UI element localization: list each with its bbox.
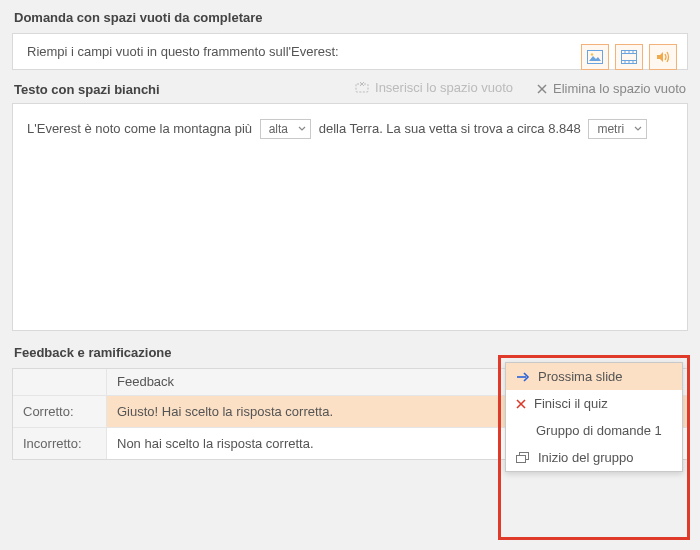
question-panel: Riempi i campi vuoti in questo frammento… — [12, 33, 688, 70]
header-label-col — [13, 369, 107, 395]
image-icon — [587, 50, 603, 64]
header-feedback-col: Feedback — [107, 369, 509, 395]
close-icon — [516, 399, 526, 409]
chevron-down-icon — [298, 126, 306, 132]
blanks-text-panel[interactable]: L'Everest è noto come la montagna più al… — [12, 103, 688, 331]
dropdown-item-finish-quiz[interactable]: Finisci il quiz — [506, 390, 682, 417]
svg-rect-11 — [356, 84, 368, 92]
blank-select-1[interactable]: alta — [260, 119, 311, 139]
slides-icon — [516, 452, 530, 464]
feedback-text-correct[interactable]: Giusto! Hai scelto la risposta corretta. — [107, 396, 509, 427]
add-video-button[interactable] — [615, 44, 643, 70]
feedback-text-incorrect[interactable]: Non hai scelto la risposta corretta. — [107, 428, 509, 459]
question-section-title: Domanda con spazi vuoti da completare — [0, 0, 700, 33]
dropdown-item-group-start[interactable]: Inizio del gruppo — [506, 444, 682, 471]
dropdown-item-next-slide[interactable]: Prossima slide — [506, 363, 682, 390]
svg-rect-22 — [517, 455, 526, 462]
insert-blank-label: Inserisci lo spazio vuoto — [375, 80, 513, 95]
blank-select-2[interactable]: metri — [588, 119, 647, 139]
add-audio-button[interactable] — [649, 44, 677, 70]
row-label: Corretto: — [13, 396, 107, 427]
blanks-section-title: Testo con spazi bianchi — [14, 82, 331, 97]
media-buttons — [581, 44, 677, 70]
insert-blank-icon — [355, 82, 369, 94]
delete-blank-label: Elimina lo spazio vuoto — [553, 81, 686, 96]
audio-icon — [655, 50, 671, 64]
dropdown-item-group-1[interactable]: Gruppo di domande 1 — [506, 417, 682, 444]
svg-rect-0 — [588, 51, 603, 64]
row-label: Incorretto: — [13, 428, 107, 459]
delete-blank-button[interactable]: Elimina lo spazio vuoto — [537, 81, 686, 96]
insert-blank-button[interactable]: Inserisci lo spazio vuoto — [355, 80, 513, 95]
branch-dropdown: Prossima slide Finisci il quiz Gruppo di… — [505, 362, 683, 472]
text-fragment: L'Everest è noto come la montagna più — [27, 121, 252, 136]
close-icon — [537, 84, 547, 94]
text-fragment: della Terra. La sua vetta si trova a cir… — [319, 121, 545, 136]
chevron-down-icon — [634, 126, 642, 132]
arrow-right-icon — [516, 372, 530, 382]
question-text[interactable]: Riempi i campi vuoti in questo frammento… — [27, 44, 673, 59]
add-image-button[interactable] — [581, 44, 609, 70]
svg-point-1 — [591, 53, 593, 55]
text-fragment: 8.848 — [548, 121, 581, 136]
video-icon — [621, 50, 637, 64]
